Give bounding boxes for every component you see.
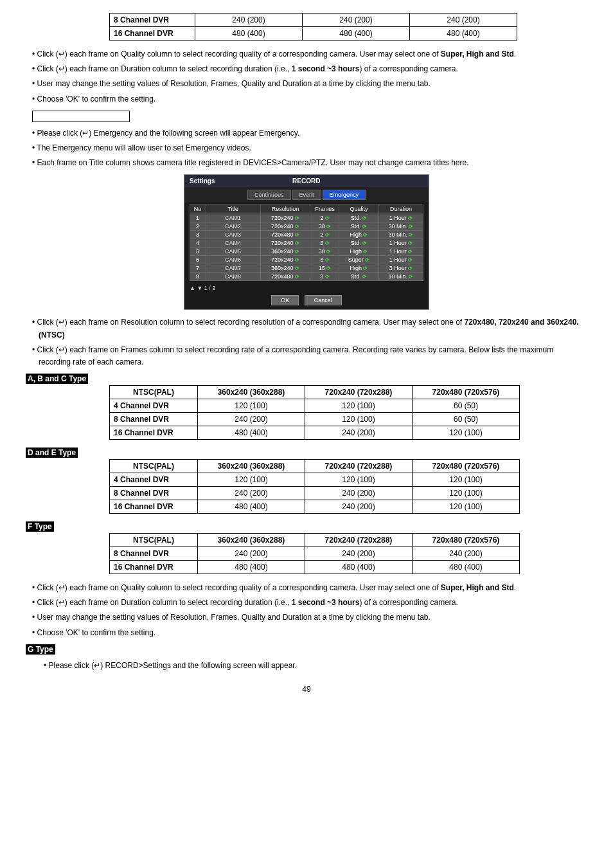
cell[interactable]: 360x240 ⟳	[260, 248, 310, 256]
cell[interactable]: 30 Min. ⟳	[378, 231, 423, 239]
spinner-icon[interactable]: ⟳	[408, 257, 413, 263]
cell[interactable]: High ⟳	[339, 248, 378, 256]
cell[interactable]: High ⟳	[339, 264, 378, 273]
cell[interactable]: Std. ⟳	[339, 214, 378, 222]
col-duration[interactable]: Duration	[378, 204, 423, 214]
spinner-icon[interactable]: ⟳	[408, 249, 413, 255]
cell[interactable]: Std. ⟳	[339, 222, 378, 231]
table-abc: NTSC(PAL) 360x240 (360x288) 720x240 (720…	[109, 385, 520, 440]
cell[interactable]: 720x240 ⟳	[260, 256, 310, 264]
spinner-icon[interactable]: ⟳	[295, 274, 299, 280]
cell: CAM6	[206, 256, 260, 264]
cell: 2	[190, 222, 206, 231]
cell[interactable]: 1 Hour ⟳	[378, 256, 423, 264]
spinner-icon[interactable]: ⟳	[408, 266, 413, 271]
spinner-icon[interactable]: ⟳	[362, 274, 367, 280]
cell: 480 (400)	[303, 27, 410, 41]
cell[interactable]: 3 Hour ⟳	[378, 264, 423, 273]
cell[interactable]: 720x480 ⟳	[260, 273, 310, 281]
spinner-icon[interactable]: ⟳	[363, 232, 368, 238]
col-no[interactable]: No	[190, 204, 206, 214]
cell[interactable]: 30 Min. ⟳	[378, 222, 423, 231]
cell: 240 (200)	[198, 487, 305, 500]
spinner-icon[interactable]: ⟳	[326, 224, 331, 230]
type-label-g: G Type	[26, 644, 55, 655]
cell[interactable]: Std. ⟳	[339, 239, 378, 248]
spinner-icon[interactable]: ⟳	[325, 232, 330, 238]
cell: CAM8	[206, 273, 260, 281]
spinner-icon[interactable]: ⟳	[363, 266, 368, 271]
bullet-block-4: • Click (↵) each frame on Quality column…	[32, 582, 587, 639]
spinner-icon[interactable]: ⟳	[409, 274, 413, 280]
cell[interactable]: Std. ⟳	[339, 273, 378, 281]
cell[interactable]: 720x240 ⟳	[260, 239, 310, 248]
cell[interactable]: Super ⟳	[339, 256, 378, 264]
cell: 8	[190, 273, 206, 281]
col-frames[interactable]: Frames	[310, 204, 339, 214]
ok-button[interactable]: OK	[271, 295, 299, 305]
cell: 240 (200)	[198, 413, 305, 426]
cell[interactable]: 10 Min. ⟳	[378, 273, 423, 281]
col-title[interactable]: Title	[206, 204, 260, 214]
bullet-block-1: • Click (↵) each frame on Quality column…	[32, 48, 587, 105]
spinner-icon[interactable]: ⟳	[295, 232, 299, 238]
spinner-icon[interactable]: ⟳	[325, 257, 330, 263]
spinner-icon[interactable]: ⟳	[326, 266, 331, 271]
cancel-button[interactable]: Cancel	[305, 295, 342, 305]
cell[interactable]: 3 ⟳	[310, 256, 339, 264]
spinner-icon[interactable]: ⟳	[409, 224, 413, 230]
type-label-de: D and E Type	[26, 448, 78, 458]
spinner-icon[interactable]: ⟳	[325, 274, 330, 280]
text: • Choose 'OK' to confirm the setting.	[32, 93, 587, 105]
cell[interactable]: 720x480 ⟳	[260, 231, 310, 239]
spinner-icon[interactable]: ⟳	[362, 240, 367, 246]
cell: 240 (200)	[198, 547, 305, 561]
spinner-icon[interactable]: ⟳	[362, 215, 367, 221]
cell[interactable]: 3 ⟳	[310, 273, 339, 281]
cell: CAM5	[206, 248, 260, 256]
spinner-icon[interactable]: ⟳	[295, 257, 299, 263]
cell[interactable]: 720x240 ⟳	[260, 222, 310, 231]
text: .	[514, 583, 516, 592]
col-resolution[interactable]: Resolution	[260, 204, 310, 214]
spinner-icon[interactable]: ⟳	[409, 232, 413, 238]
cell[interactable]: 1 Hour ⟳	[378, 239, 423, 248]
cell[interactable]: 360x240 ⟳	[260, 264, 310, 273]
col-quality[interactable]: Quality	[339, 204, 378, 214]
spinner-icon[interactable]: ⟳	[408, 215, 413, 221]
cell[interactable]: 1 Hour ⟳	[378, 214, 423, 222]
settings-table: No Title Resolution Frames Quality Durat…	[190, 204, 424, 281]
spinner-icon[interactable]: ⟳	[363, 249, 368, 255]
cell[interactable]: 720x240 ⟳	[260, 214, 310, 222]
spinner-icon[interactable]: ⟳	[295, 266, 299, 271]
spinner-icon[interactable]: ⟳	[326, 249, 331, 255]
cell[interactable]: High ⟳	[339, 231, 378, 239]
text: • Choose 'OK' to confirm the setting.	[32, 627, 587, 639]
spinner-icon[interactable]: ⟳	[365, 257, 369, 263]
cell[interactable]: 2 ⟳	[310, 214, 339, 222]
cell[interactable]: 1 Hour ⟳	[378, 248, 423, 256]
spinner-icon[interactable]: ⟳	[295, 224, 299, 230]
tab-event[interactable]: Event	[292, 190, 321, 200]
cell[interactable]: 2 ⟳	[310, 231, 339, 239]
spinner-icon[interactable]: ⟳	[295, 240, 299, 246]
cell[interactable]: 15 ⟳	[310, 264, 339, 273]
spinner-icon[interactable]: ⟳	[325, 240, 330, 246]
spinner-icon[interactable]: ⟳	[325, 215, 330, 221]
dialog-title: Settings	[190, 177, 215, 185]
cell: 480 (400)	[198, 561, 305, 574]
cell[interactable]: 30 ⟳	[310, 248, 339, 256]
tab-emergency[interactable]: Emergency	[323, 190, 366, 200]
spinner-icon[interactable]: ⟳	[362, 224, 367, 230]
tab-continuous[interactable]: Continuous	[247, 190, 291, 200]
table-de: NTSC(PAL) 360x240 (360x288) 720x240 (720…	[109, 459, 520, 514]
spinner-icon[interactable]: ⟳	[295, 215, 299, 221]
text: • Please click (↵) RECORD>Settings and t…	[44, 660, 587, 672]
pager[interactable]: ▲ ▼ 1 / 2	[184, 284, 429, 293]
bullet-block-g: • Please click (↵) RECORD>Settings and t…	[44, 660, 587, 672]
spinner-icon[interactable]: ⟳	[295, 249, 299, 255]
cell[interactable]: 30 ⟳	[310, 222, 339, 231]
cell[interactable]: 5 ⟳	[310, 239, 339, 248]
spinner-icon[interactable]: ⟳	[408, 240, 413, 246]
cell: 120 (100)	[413, 473, 520, 487]
